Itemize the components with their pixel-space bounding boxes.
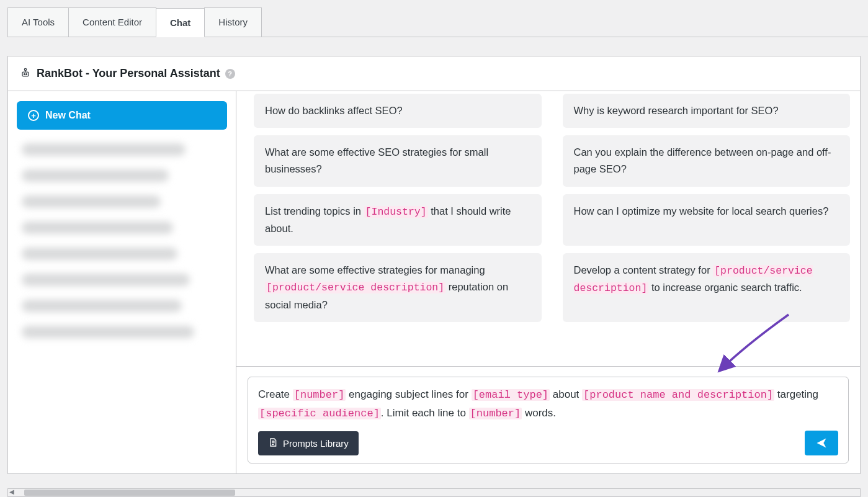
composer: Create [number] engaging subject lines f… — [248, 377, 849, 463]
template-placeholder[interactable]: [email type] — [472, 389, 550, 401]
template-placeholder[interactable]: [product name and description] — [582, 389, 774, 401]
prompts-library-button[interactable]: Prompts Library — [258, 431, 359, 455]
tabs-bar: AI Tools Content Editor Chat History — [7, 7, 868, 37]
prompt-card[interactable]: List trending topics in [Industry] that … — [254, 194, 542, 246]
tab-content-editor[interactable]: Content Editor — [68, 7, 156, 37]
prompt-card[interactable]: Develop a content strategy for [product/… — [563, 253, 851, 322]
help-icon[interactable]: ? — [225, 69, 235, 79]
svg-point-2 — [24, 74, 25, 75]
composer-area: Create [number] engaging subject lines f… — [236, 366, 860, 473]
prompt-card[interactable]: Why is keyword research important for SE… — [563, 94, 851, 128]
chat-history-item[interactable] — [22, 248, 177, 260]
tab-history[interactable]: History — [204, 7, 262, 37]
prompt-card[interactable]: How can I optimize my website for local … — [563, 194, 851, 246]
document-icon — [268, 437, 278, 449]
send-icon — [815, 437, 828, 449]
template-placeholder[interactable]: [number] — [293, 389, 346, 401]
horizontal-scrollbar[interactable] — [7, 488, 861, 497]
svg-point-3 — [26, 74, 27, 75]
panel-header: RankBot - Your Personal Assistant ? — [8, 56, 860, 91]
chat-history-item[interactable] — [22, 222, 173, 234]
prompt-card[interactable]: How do backlinks affect SEO? — [254, 94, 542, 128]
chat-history-item[interactable] — [22, 326, 194, 338]
svg-rect-1 — [22, 72, 29, 76]
composer-input[interactable]: Create [number] engaging subject lines f… — [258, 386, 838, 423]
chat-main: How do backlinks affect SEO? Why is keyw… — [236, 91, 860, 473]
chat-history-item[interactable] — [22, 300, 182, 312]
chat-history-item[interactable] — [22, 143, 186, 156]
template-placeholder[interactable]: [specific audience] — [258, 408, 381, 419]
chat-sidebar: + New Chat — [8, 91, 236, 473]
template-placeholder[interactable]: [product/service description] — [574, 265, 813, 294]
template-placeholder[interactable]: [product/service description] — [265, 282, 445, 293]
bot-icon — [19, 66, 32, 81]
tab-chat[interactable]: Chat — [156, 8, 205, 37]
tab-ai-tools[interactable]: AI Tools — [7, 7, 69, 37]
plus-icon: + — [28, 110, 39, 121]
svg-point-0 — [24, 68, 26, 70]
prompt-card[interactable]: Can you explain the difference between o… — [563, 135, 851, 186]
prompts-library-label: Prompts Library — [283, 438, 349, 449]
panel-title: RankBot - Your Personal Assistant — [37, 67, 220, 80]
prompt-card[interactable]: What are some effective strategies for m… — [254, 253, 542, 322]
chat-panel: RankBot - Your Personal Assistant ? + Ne… — [7, 56, 861, 474]
new-chat-button[interactable]: + New Chat — [17, 101, 227, 130]
new-chat-label: New Chat — [45, 110, 91, 121]
template-placeholder[interactable]: [number] — [469, 408, 522, 419]
chat-history-item[interactable] — [22, 169, 169, 182]
prompt-card[interactable]: What are some effective SEO strategies f… — [254, 135, 542, 186]
send-button[interactable] — [805, 431, 838, 455]
chat-history-item[interactable] — [22, 195, 161, 208]
prompts-area: How do backlinks affect SEO? Why is keyw… — [236, 91, 860, 366]
chat-history-item[interactable] — [22, 274, 190, 286]
template-placeholder[interactable]: [Industry] — [364, 206, 428, 218]
